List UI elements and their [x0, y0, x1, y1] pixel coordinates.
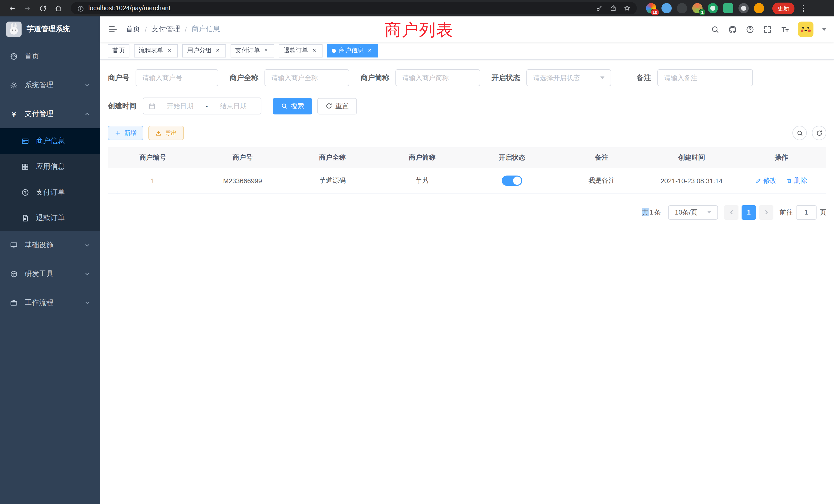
- sidebar-item-merchant-info[interactable]: 商户信息: [0, 128, 100, 154]
- hamburger-icon[interactable]: [108, 24, 118, 35]
- extension-icon-6[interactable]: [723, 3, 733, 13]
- export-button[interactable]: 导出: [148, 126, 184, 140]
- app-window: 芋道管理系统 首页 系统管理 ¥ 支付管理 商户信息: [0, 17, 834, 504]
- sidebar-item-system[interactable]: 系统管理: [0, 71, 100, 99]
- reset-button[interactable]: 重置: [317, 98, 357, 114]
- delete-link[interactable]: 删除: [786, 176, 807, 185]
- browser-back-button[interactable]: [5, 2, 19, 14]
- col-actions: 操作: [737, 147, 826, 168]
- search-icon[interactable]: [711, 25, 720, 33]
- chevron-down-icon: [84, 271, 90, 277]
- table-row: 1 M233666999 芋道源码 芋艿 我是备注 2021-10-23 08:…: [108, 168, 826, 193]
- pagination-total: 共1条: [642, 208, 662, 217]
- sidebar-item-refund-order[interactable]: 退款订单: [0, 205, 100, 231]
- font-size-icon[interactable]: [781, 25, 789, 33]
- user-avatar[interactable]: [798, 22, 813, 37]
- fullscreen-icon[interactable]: [763, 25, 772, 33]
- cell-full-name: 芋道源码: [288, 168, 377, 193]
- extension-icon-8[interactable]: [754, 3, 764, 13]
- short-name-input[interactable]: [395, 69, 480, 86]
- tab-close-icon[interactable]: ×: [366, 47, 373, 54]
- add-button[interactable]: 新增: [108, 126, 143, 140]
- cube-icon: [10, 270, 18, 278]
- extension-icon-7[interactable]: [739, 3, 749, 13]
- tab-pay-order[interactable]: 支付订单 ×: [231, 44, 274, 57]
- col-full-name: 商户全称: [288, 147, 377, 168]
- start-date-placeholder: 开始日期: [158, 101, 203, 111]
- sidebar-item-app-info[interactable]: 应用信息: [0, 154, 100, 180]
- refresh-icon: [816, 130, 822, 136]
- tab-user-group[interactable]: 用户分组 ×: [182, 44, 226, 57]
- create-time-range-picker[interactable]: 开始日期 - 结束日期: [143, 97, 261, 114]
- help-icon[interactable]: [746, 25, 754, 33]
- edit-link[interactable]: 修改: [756, 176, 777, 185]
- tab-close-icon[interactable]: ×: [262, 47, 270, 54]
- top-navbar: 首页 / 支付管理 / 商户信息: [100, 17, 834, 42]
- github-icon[interactable]: [728, 25, 737, 33]
- goto-page-input[interactable]: [796, 205, 816, 220]
- table-header-row: 商户编号 商户号 商户全称 商户简称 开启状态 备注 创建时间 操作: [108, 147, 826, 168]
- chevron-down-icon: [84, 82, 90, 88]
- merchant-no-input[interactable]: [136, 69, 218, 86]
- refresh-table-button[interactable]: [812, 126, 826, 140]
- tab-close-icon[interactable]: ×: [214, 47, 221, 54]
- browser-home-button[interactable]: [51, 2, 65, 14]
- breadcrumb-home[interactable]: 首页: [126, 25, 140, 34]
- browser-toolbar: localhost:1024/pay/merchant 10 1: [0, 0, 834, 17]
- browser-reload-button[interactable]: [36, 2, 49, 14]
- tab-close-icon[interactable]: ×: [166, 47, 173, 54]
- address-bar[interactable]: localhost:1024/pay/merchant: [71, 2, 637, 14]
- full-name-input[interactable]: [264, 69, 349, 86]
- toggle-search-button[interactable]: [792, 126, 807, 140]
- filter-row-1: 商户号 商户全称 商户简称 开启状态 请选择开启状态: [108, 69, 826, 86]
- main-area: 首页 / 支付管理 / 商户信息: [100, 17, 834, 504]
- breadcrumb-pay[interactable]: 支付管理: [152, 25, 180, 34]
- site-info-icon[interactable]: [77, 5, 84, 12]
- remark-input[interactable]: [657, 69, 753, 86]
- table-toolbar: 新增 导出: [108, 126, 826, 140]
- avatar-caret-icon[interactable]: [822, 28, 826, 30]
- tab-home[interactable]: 首页: [108, 44, 129, 57]
- tab-refund-order[interactable]: 退款订单 ×: [279, 44, 323, 57]
- browser-forward-button[interactable]: [21, 2, 34, 14]
- tab-merchant-info[interactable]: 商户信息 ×: [327, 44, 378, 57]
- status-toggle[interactable]: [502, 176, 522, 186]
- chevron-down-icon: [84, 300, 90, 306]
- tab-close-icon[interactable]: ×: [311, 47, 318, 54]
- chrome-update-button[interactable]: 更新: [772, 2, 794, 14]
- bookmark-star-icon[interactable]: [623, 5, 631, 12]
- extension-badge: 10: [651, 8, 659, 16]
- tabs-bar: 首页 流程表单 × 用户分组 × 支付订单 × 退款订单 ×: [100, 42, 834, 60]
- next-page-button[interactable]: [759, 205, 773, 220]
- prev-page-button[interactable]: [724, 205, 739, 220]
- cell-merchant-id: 1: [108, 168, 198, 193]
- sidebar-item-pay-order[interactable]: 支付订单: [0, 180, 100, 205]
- sidebar-item-workflow[interactable]: 工作流程: [0, 289, 100, 317]
- create-time-label: 创建时间: [108, 101, 137, 111]
- chevron-right-icon: [763, 209, 769, 215]
- app-logo[interactable]: 芋道管理系统: [0, 17, 100, 42]
- sidebar-item-dev-tools[interactable]: 研发工具: [0, 260, 100, 289]
- sidebar-item-pay[interactable]: ¥ 支付管理: [0, 99, 100, 128]
- yen-icon: ¥: [10, 110, 18, 118]
- extension-icon-3[interactable]: [677, 3, 687, 13]
- sidebar-item-infra[interactable]: 基础设施: [0, 231, 100, 260]
- status-select[interactable]: 请选择开启状态: [526, 69, 611, 86]
- screen: localhost:1024/pay/merchant 10 1: [0, 0, 834, 504]
- page-number-1[interactable]: 1: [742, 205, 756, 220]
- tab-process-form[interactable]: 流程表单 ×: [134, 44, 178, 57]
- password-key-icon[interactable]: [596, 5, 603, 12]
- browser-menu-icon[interactable]: [799, 3, 807, 14]
- page-size-select[interactable]: 10条/页: [668, 205, 718, 220]
- col-create-time: 创建时间: [647, 147, 737, 168]
- short-name-label: 商户简称: [360, 73, 389, 83]
- page-content: 商户号 商户全称 商户简称 开启状态 请选择开启状态: [100, 60, 834, 504]
- search-button[interactable]: 搜索: [273, 98, 312, 114]
- extension-icon-2[interactable]: [661, 3, 672, 13]
- document-icon: [21, 214, 29, 222]
- extension-icon-5[interactable]: [708, 3, 718, 13]
- sidebar-item-home[interactable]: 首页: [0, 42, 100, 71]
- share-icon[interactable]: [610, 5, 617, 12]
- extension-icon-1[interactable]: 10: [646, 3, 656, 13]
- extension-icon-4[interactable]: 1: [692, 3, 703, 13]
